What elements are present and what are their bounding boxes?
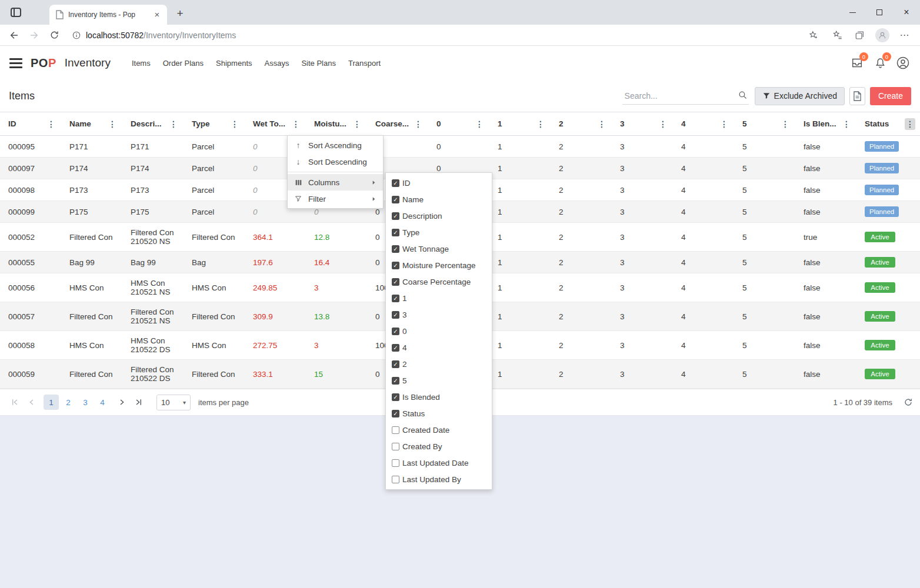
column-header-descri[interactable]: Descri...⋮ [122,112,184,136]
column-header-0[interactable]: 0⋮ [428,112,489,136]
nav-item-assays[interactable]: Assays [264,55,291,71]
checkbox[interactable]: ✓ [392,196,399,203]
checkbox[interactable]: ✓ [392,393,399,401]
checkbox[interactable] [392,426,399,434]
column-header-5[interactable]: 5⋮ [734,112,795,136]
exclude-archived-button[interactable]: Exclude Archived [755,87,845,105]
column-menu-icon[interactable]: ⋮ [719,118,729,130]
nav-item-order-plans[interactable]: Order Plans [162,55,205,71]
columns-submenu-item[interactable]: ✓Wet Tonnage [386,240,492,257]
column-header-3[interactable]: 3⋮ [612,112,673,136]
favorites-icon[interactable] [831,28,845,42]
url-field[interactable]: localhost:50782/Inventory/InventoryItems [66,27,826,44]
column-header-is-blen[interactable]: Is Blen...⋮ [795,112,856,136]
column-header-name[interactable]: Name⋮ [61,112,122,136]
nav-item-items[interactable]: Items [131,55,152,71]
account-icon[interactable] [895,55,911,71]
checkbox[interactable]: ✓ [392,328,399,335]
checkbox[interactable]: ✓ [392,360,399,368]
refresh-button[interactable] [46,27,62,44]
columns-submenu-item[interactable]: ✓Coarse Percentage [386,273,492,290]
new-tab-button[interactable]: + [172,5,188,22]
column-header-coarse[interactable]: Coarse...⋮ [367,112,428,136]
search-input[interactable] [622,88,749,105]
column-menu-icon[interactable]: ⋮ [46,118,56,130]
pager-page-2[interactable]: 2 [61,395,76,410]
tab-close-icon[interactable]: × [152,9,162,20]
column-header-4[interactable]: 4⋮ [673,112,734,136]
next-page-button[interactable] [114,395,129,410]
inbox-icon[interactable]: 0 [849,55,865,71]
columns-submenu-item[interactable]: ✓Type [386,224,492,240]
columns-submenu-item[interactable]: ✓1 [386,290,492,306]
column-menu-icon[interactable]: ⋮ [535,118,546,130]
column-header-status[interactable]: Status⋮ [856,112,920,136]
tab-actions-icon[interactable] [8,5,24,20]
forward-button[interactable] [26,27,42,44]
column-menu-icon[interactable]: ⋮ [780,118,791,130]
columns-submenu-item[interactable]: ✓2 [386,356,492,372]
column-menu-icon[interactable]: ⋮ [474,118,485,130]
columns-submenu-item[interactable]: ✓Name [386,191,492,208]
search-icon[interactable] [738,90,748,100]
first-page-button[interactable] [7,395,22,410]
checkbox[interactable] [392,443,399,450]
column-menu-icon[interactable]: ⋮ [658,118,668,130]
export-button[interactable] [849,87,865,105]
site-info-icon[interactable] [72,31,81,40]
columns-submenu-item[interactable]: ✓4 [386,339,492,356]
checkbox[interactable]: ✓ [392,344,399,352]
columns-submenu-item[interactable]: ✓Description [386,208,492,224]
prev-page-button[interactable] [24,395,39,410]
sort-descending-item[interactable]: ↓ Sort Descending [288,153,383,170]
nav-item-transport[interactable]: Transport [347,55,382,71]
column-header-type[interactable]: Type⋮ [184,112,245,136]
column-menu-icon[interactable]: ⋮ [168,118,179,130]
filter-menu-item[interactable]: Filter [288,191,383,207]
column-menu-icon[interactable]: ⋮ [905,118,915,130]
create-button[interactable]: Create [870,87,911,105]
browser-menu-icon[interactable]: ⋯ [898,28,912,42]
column-menu-icon[interactable]: ⋮ [352,118,362,130]
notifications-bell-icon[interactable]: 0 [872,55,888,71]
checkbox[interactable] [392,476,399,483]
column-menu-icon[interactable]: ⋮ [841,118,852,130]
columns-submenu-item[interactable]: ✓Moisture Percentage [386,257,492,273]
columns-submenu-item[interactable]: Last Updated Date [386,455,492,471]
column-menu-icon[interactable]: ⋮ [291,118,301,130]
profile-avatar[interactable] [875,28,889,42]
column-header-1[interactable]: 1⋮ [489,112,551,136]
close-button[interactable]: × [893,0,920,25]
pager-page-3[interactable]: 3 [78,395,93,410]
column-header-wet-to[interactable]: Wet To...⋮ [245,112,306,136]
columns-submenu-item[interactable]: ✓3 [386,306,492,323]
checkbox[interactable]: ✓ [392,229,399,236]
column-header-id[interactable]: ID⋮ [0,112,61,136]
columns-submenu-item[interactable]: Created Date [386,422,492,438]
add-favorite-icon[interactable] [806,28,820,42]
column-menu-icon[interactable]: ⋮ [229,118,240,130]
columns-submenu-item[interactable]: ✓ID [386,175,492,191]
back-button[interactable] [6,27,22,44]
column-header-2[interactable]: 2⋮ [551,112,612,136]
grid-refresh-icon[interactable] [904,397,913,407]
last-page-button[interactable] [131,395,146,410]
checkbox[interactable]: ✓ [392,212,399,220]
column-menu-icon[interactable]: ⋮ [107,118,118,130]
columns-submenu-item[interactable]: ✓Status [386,405,492,422]
maximize-button[interactable] [866,0,893,25]
checkbox[interactable]: ✓ [392,179,399,187]
pager-page-4[interactable]: 4 [95,395,110,410]
checkbox[interactable]: ✓ [392,245,399,253]
columns-submenu-item[interactable]: Created By [386,438,492,455]
pager-page-1[interactable]: 1 [44,395,59,410]
column-menu-icon[interactable]: ⋮ [596,118,607,130]
table-row[interactable]: 000095P171P171Parcel000012345falsePlanne… [0,136,920,158]
sort-ascending-item[interactable]: ↑ Sort Ascending [288,137,383,153]
columns-submenu-item[interactable]: ✓Is Blended [386,389,492,405]
columns-submenu-item[interactable]: ✓5 [386,372,492,389]
checkbox[interactable]: ✓ [392,262,399,269]
columns-submenu-item[interactable]: Last Updated By [386,471,492,487]
app-logo[interactable]: POP [31,56,56,70]
browser-tab[interactable]: Inventory Items - Pop × [49,5,167,25]
